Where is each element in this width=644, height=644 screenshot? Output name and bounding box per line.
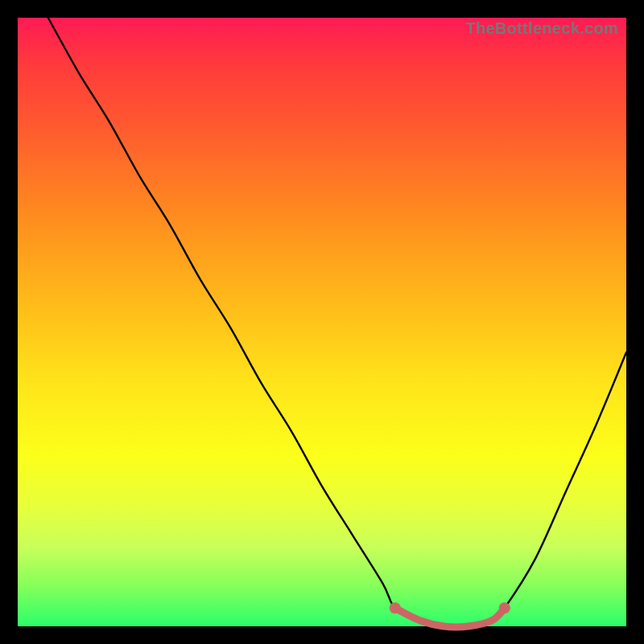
chart-svg bbox=[18, 18, 626, 626]
chart-frame: TheBottleneck.com bbox=[0, 0, 644, 644]
chart-plot-area: TheBottleneck.com bbox=[18, 18, 626, 626]
highlight-marker-end bbox=[499, 602, 510, 613]
bottleneck-curve-path bbox=[48, 18, 626, 627]
highlight-marker-start bbox=[390, 602, 401, 613]
highlight-segment bbox=[395, 608, 505, 627]
